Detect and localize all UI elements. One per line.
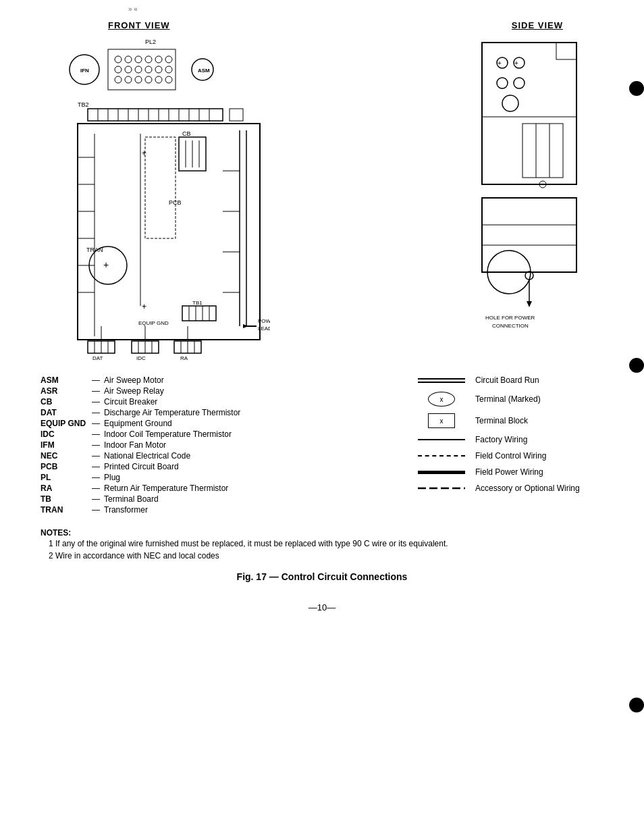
abbr-key-asr: ASR <box>41 386 88 396</box>
svg-point-101 <box>502 95 518 111</box>
svg-point-16 <box>115 76 122 83</box>
accessory-line-svg <box>418 486 465 491</box>
abbr-val-asm: Air Sweep Motor <box>104 375 164 385</box>
wiring-terminal-marked: x Terminal (Marked) <box>414 392 603 407</box>
svg-text:+: + <box>142 149 146 158</box>
svg-text:DAT: DAT <box>92 355 103 360</box>
svg-text:TB2: TB2 <box>78 101 89 108</box>
accessory-label: Accessory or Optional Wiring <box>475 484 580 493</box>
svg-text:+: + <box>514 59 518 67</box>
wiring-factory: Factory Wiring <box>414 435 603 444</box>
abbr-val-nec: National Electrical Code <box>104 451 190 461</box>
svg-rect-105 <box>522 124 563 178</box>
abbr-pcb: PCB — Printed Circuit Board <box>41 462 401 471</box>
wiring-circuit-board-run: Circuit Board Run <box>414 375 603 385</box>
page-number: —10— <box>41 602 603 613</box>
terminal-marked-symbol: x <box>414 392 468 407</box>
svg-marker-116 <box>527 301 532 307</box>
factory-wiring-label: Factory Wiring <box>475 435 527 444</box>
svg-point-10 <box>115 66 122 73</box>
notes-section: NOTES: 1 If any of the original wire fur… <box>41 528 603 562</box>
abbr-tb: TB — Terminal Board <box>41 494 401 504</box>
factory-wiring-symbol <box>414 439 468 440</box>
svg-point-20 <box>155 76 162 83</box>
abbr-equip-gnd: EQUIP GND — Equipment Ground <box>41 419 401 428</box>
corner-dot-bot <box>629 698 644 712</box>
wiring-accessory: Accessory or Optional Wiring <box>414 484 603 493</box>
svg-rect-39 <box>78 124 260 340</box>
svg-text:CONNECTION: CONNECTION <box>492 323 529 329</box>
abbr-key-ra: RA <box>41 484 88 493</box>
abbr-val-tran: Transformer <box>104 505 148 515</box>
front-view-diagram: PL2 IFN <box>41 36 270 362</box>
svg-point-14 <box>155 66 162 73</box>
terminal-block-symbol: x <box>414 413 468 428</box>
svg-rect-96 <box>556 43 576 59</box>
note-2: 2 Wire in accordance with NEC and local … <box>49 550 603 562</box>
svg-point-18 <box>135 76 142 83</box>
front-view-svg: PL2 IFN <box>41 36 270 360</box>
field-control-symbol <box>414 455 468 457</box>
svg-rect-46 <box>145 137 176 238</box>
abbr-val-ifm: Indoor Fan Motor <box>104 440 166 450</box>
field-power-line <box>418 471 465 474</box>
abbr-key-ifm: IFM <box>41 440 88 450</box>
svg-point-19 <box>145 76 152 83</box>
abbr-val-pl: Plug <box>104 473 120 482</box>
terminal-marked-box: x <box>428 392 455 407</box>
abbr-val-pcb: Printed Circuit Board <box>104 462 179 471</box>
view-labels-row: FRONT VIEW SIDE VIEW <box>41 20 603 30</box>
page: » « FRONT VIEW SIDE VIEW PL2 IFN <box>0 0 644 834</box>
svg-point-6 <box>135 56 142 63</box>
svg-text:CB: CB <box>182 130 191 137</box>
abbr-val-ra: Return Air Temperature Thermistor <box>104 484 228 493</box>
svg-text:PCB: PCB <box>169 199 182 206</box>
svg-point-100 <box>514 78 525 88</box>
svg-text:TB1: TB1 <box>192 300 203 306</box>
abbr-key-nec: NEC <box>41 451 88 461</box>
side-view-svg: + + H <box>468 36 603 360</box>
svg-rect-67 <box>182 306 216 321</box>
abbr-key-idc: IDC <box>41 429 88 439</box>
abbr-val-cb: Circuit Breaker <box>104 397 157 407</box>
accessory-symbol <box>414 486 468 491</box>
svg-point-15 <box>165 66 172 73</box>
abbr-key-pl: PL <box>41 473 88 482</box>
abbr-val-idc: Indoor Coil Temperature Thermistor <box>104 429 232 439</box>
circuit-board-run-label: Circuit Board Run <box>475 375 539 385</box>
svg-text:+: + <box>103 259 109 270</box>
svg-point-7 <box>145 56 152 63</box>
svg-text:RA: RA <box>180 355 188 360</box>
svg-text:+: + <box>498 59 502 67</box>
svg-text:EQUIP GND: EQUIP GND <box>138 320 169 326</box>
abbr-key-pcb: PCB <box>41 462 88 471</box>
abbr-tran: TRAN — Transformer <box>41 505 401 515</box>
abbreviations-list: ASM — Air Sweep Motor ASR — Air Sweep Re… <box>41 375 401 516</box>
abbr-key-tb: TB <box>41 494 88 504</box>
svg-point-21 <box>165 76 172 83</box>
svg-text:IDC: IDC <box>136 355 146 360</box>
abbr-key-equip-gnd: EQUIP GND <box>41 419 88 428</box>
diagrams-row: PL2 IFN <box>41 36 603 362</box>
side-view-diagram: + + H <box>468 36 603 362</box>
note-1: 1 If any of the original wire furnished … <box>49 538 603 550</box>
svg-point-5 <box>125 56 132 63</box>
svg-text:HOLE FOR POWER: HOLE FOR POWER <box>485 315 535 321</box>
notes-title: NOTES: <box>41 528 603 538</box>
abbr-asm: ASM — Air Sweep Motor <box>41 375 401 385</box>
factory-wiring-line <box>418 439 465 440</box>
abbr-dat: DAT — Discharge Air Temperature Thermist… <box>41 408 401 417</box>
terminal-marked-label: Terminal (Marked) <box>475 394 541 404</box>
abbr-pl: PL — Plug <box>41 473 401 482</box>
svg-text:IFN: IFN <box>80 68 89 74</box>
abbr-key-asm: ASM <box>41 375 88 385</box>
svg-point-4 <box>115 56 122 63</box>
abbr-val-equip-gnd: Equipment Ground <box>104 419 172 428</box>
svg-rect-95 <box>482 43 576 184</box>
svg-point-13 <box>145 66 152 73</box>
svg-point-11 <box>125 66 132 73</box>
header-decoration-left: » « <box>128 5 138 13</box>
abbr-idc: IDC — Indoor Coil Temperature Thermistor <box>41 429 401 439</box>
terminal-block-label: Terminal Block <box>475 416 528 425</box>
abbr-key-cb: CB <box>41 397 88 407</box>
